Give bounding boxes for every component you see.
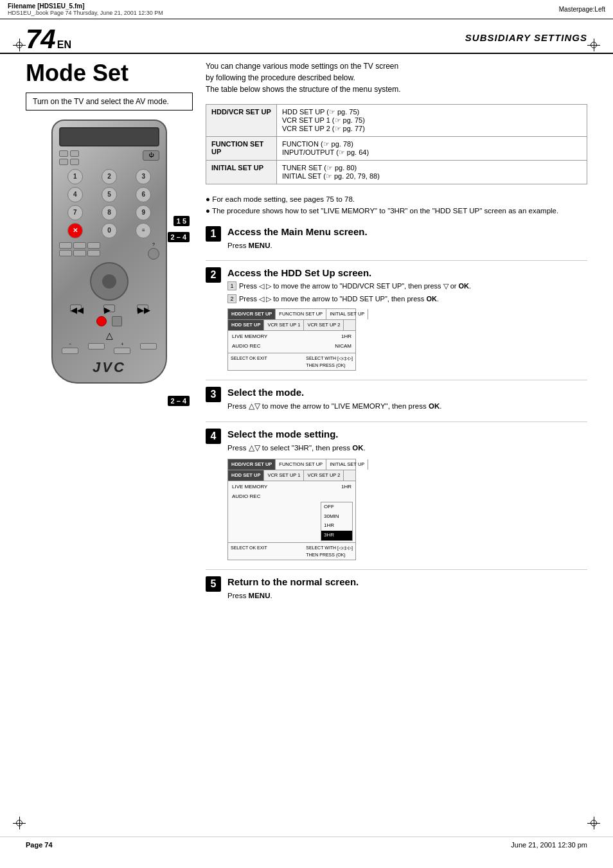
intro-line-3: The table below shows the structure of t… <box>206 84 587 95</box>
screen-tab-func: FUNCTION SET UP <box>276 309 326 319</box>
crosshair-top-right <box>587 39 600 51</box>
step-4-body: Press △▽ to select "3HR", then press OK.… <box>227 442 587 561</box>
dropdown-30min: 30MIN <box>321 512 352 522</box>
step-3: 3 Select the mode. Press △▽ to move the … <box>206 387 587 412</box>
remote-vol-plus[interactable] <box>114 348 130 354</box>
step-label-24-upper: 2 – 4 <box>168 232 190 242</box>
remote-ff[interactable]: ▶▶ <box>137 305 148 312</box>
remote-vol2[interactable] <box>140 343 157 350</box>
remote-up[interactable]: △ <box>59 330 159 341</box>
screen-subtab-vcr2: VCR SET UP 2 <box>304 320 344 330</box>
menu-row-3-header: INITIAL SET UP <box>206 161 277 184</box>
step-label-15: 1 5 <box>173 216 190 226</box>
screen-row-audio: AUDIO RECNICAM <box>231 342 353 351</box>
remote-num-3[interactable]: 3 <box>136 169 151 184</box>
page-number: 74 <box>26 26 56 53</box>
step-2-heading: Access the HDD Set Up screen. <box>227 267 587 278</box>
menu-row-1-content: HDD SET UP (☞ pg. 75) VCR SET UP 1 (☞ pg… <box>277 105 587 137</box>
remote-record[interactable] <box>96 316 107 326</box>
section-title: SUBSIDIARY SETTINGS <box>71 26 587 43</box>
step-5: 5 Return to the normal screen. Press MEN… <box>206 576 587 601</box>
remote-num-7[interactable]: 7 <box>67 205 83 220</box>
screen4-footer: SELECT OK EXIT SELECT WITH [◁◁▷▷]THEN PR… <box>228 542 355 560</box>
step-2-number: 2 <box>206 267 221 283</box>
bullet-note-2: ● The procedure shows how to set "LIVE M… <box>213 205 587 217</box>
remote-func-btn-4[interactable] <box>59 250 72 256</box>
fileline-label: HDS1EU_.book Page 74 Thursday, June 21, … <box>8 10 163 16</box>
remote-transport: ◀◀ ▶ ▶▶ <box>59 305 159 312</box>
page-footer: Page 74 June 21, 2001 12:30 pm <box>0 837 613 849</box>
remote-num-6[interactable]: 6 <box>136 187 151 202</box>
right-column: You can change various mode settings on … <box>206 60 587 611</box>
screen4-tab-func: FUNCTION SET UP <box>276 459 326 470</box>
dropdown-1hr: 1HR <box>321 521 352 531</box>
remote-rew[interactable]: ◀◀ <box>70 305 82 312</box>
step-3-number: 3 <box>206 387 221 402</box>
screen4-tab-hdd: HDD/VCR SET UP <box>228 459 276 470</box>
step-5-number: 5 <box>206 576 221 592</box>
footer-page-label: Page 74 <box>26 841 53 849</box>
dropdown-3hr: 3HR <box>321 531 352 540</box>
substep-2-1-text: Press ◁ ▷ to move the arrow to "HDD/VCR … <box>239 281 471 292</box>
remote-dpad[interactable] <box>90 262 129 301</box>
step-1: 1 Access the Main Menu screen. Press MEN… <box>206 226 587 251</box>
remote-num-1[interactable]: 1 <box>67 169 83 184</box>
remote-btn-x[interactable]: ✕ <box>67 223 83 238</box>
remote-func-btn-2[interactable] <box>73 242 86 249</box>
screen4-subtab-vcr2: VCR SET UP 2 <box>304 470 344 481</box>
menu-row-2-content: FUNCTION (☞ pg. 78) INPUT/OUTPUT (☞ pg. … <box>277 137 587 161</box>
screen4-tab-init: INITIAL SET UP <box>326 459 368 470</box>
remote-num-8[interactable]: 8 <box>102 205 117 220</box>
main-content: Mode Set Turn on the TV and select the A… <box>0 60 613 611</box>
step-4-number: 4 <box>206 429 221 444</box>
dropdown-off: OFF <box>321 502 352 512</box>
top-meta-bar: Filename [HDS1EU_5.fm] HDS1EU_.book Page… <box>0 0 613 19</box>
screen4-subtab-vcr1: VCR SET UP 1 <box>264 470 304 481</box>
filename-label: Filename [HDS1EU_5.fm] <box>8 3 163 10</box>
substep-2-1-num: 1 <box>227 281 236 290</box>
remote-play[interactable]: ▶ <box>103 305 115 312</box>
remote-func-btn-1[interactable] <box>59 242 72 249</box>
remote-func-btn-6[interactable] <box>87 250 100 256</box>
step-3-heading: Select the mode. <box>227 387 587 398</box>
step-4-heading: Select the mode setting. <box>227 429 587 439</box>
remote-num-0[interactable]: 0 <box>102 223 117 238</box>
menu-row-2-header: FUNCTION SET UP <box>206 137 277 161</box>
remote-ok-btn[interactable] <box>148 248 159 260</box>
crosshair-bottom-right <box>587 817 600 829</box>
remote-btn-menu[interactable]: ≡ <box>136 223 151 238</box>
remote-num-5[interactable]: 5 <box>102 187 117 202</box>
substep-2-2-text: Press ◁ ▷ to move the arrow to "HDD SET … <box>239 294 439 305</box>
step-2-screen: HDD/VCR SET UP FUNCTION SET UP INITIAL S… <box>227 308 356 371</box>
screen4-row-audio: AUDIO REC <box>231 492 353 502</box>
screen-subtab-hdd: HDD SET UP <box>228 320 264 330</box>
menu-table: HDD/VCR SET UP HDD SET UP (☞ pg. 75) VCR… <box>206 104 587 184</box>
remote-btn-3 <box>59 159 68 165</box>
remote-num-4[interactable]: 4 <box>67 187 83 202</box>
remote-func-btn-3[interactable] <box>87 242 100 249</box>
remote-vol-minus[interactable] <box>62 348 78 354</box>
intro-line-1: You can change various mode settings on … <box>206 60 587 72</box>
remote-num-9[interactable]: 9 <box>136 205 151 220</box>
step-2-body: 1 Press ◁ ▷ to move the arrow to "HDD/VC… <box>227 281 587 371</box>
remote-stop[interactable] <box>112 316 122 326</box>
remote-btn-1 <box>59 150 68 157</box>
menu-row-1-header: HDD/VCR SET UP <box>206 105 277 137</box>
screen-subtab-vcr1: VCR SET UP 1 <box>264 320 304 330</box>
page-title: Mode Set <box>26 60 193 86</box>
intro-line-2: by following the procedure described bel… <box>206 72 587 84</box>
intro-text: You can change various mode settings on … <box>206 60 587 95</box>
en-suffix: EN <box>57 39 71 51</box>
remote-power-button[interactable]: ⏻ <box>143 150 159 161</box>
footer-date: June 21, 2001 12:30 pm <box>511 841 587 849</box>
step-5-heading: Return to the normal screen. <box>227 576 587 587</box>
crosshair-bottom-left <box>13 817 26 829</box>
remote-ch[interactable] <box>88 343 105 350</box>
remote-num-2[interactable]: 2 <box>102 169 117 184</box>
step-4-screen: HDD/VCR SET UP FUNCTION SET UP INITIAL S… <box>227 459 356 560</box>
bullet-notes: ● For each mode setting, see pages 75 to… <box>206 193 587 217</box>
screen4-row-live: LIVE MEMORY1HR <box>231 483 353 492</box>
substep-2-2-num: 2 <box>227 294 236 303</box>
remote-func-btn-5[interactable] <box>73 250 86 256</box>
page-header: 74 EN SUBSIDIARY SETTINGS <box>0 19 613 54</box>
